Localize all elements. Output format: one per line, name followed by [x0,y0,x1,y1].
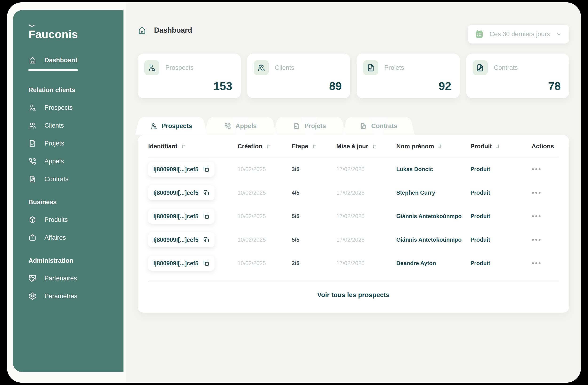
user-search-icon [147,63,156,72]
breadcrumb: Dashboard [138,26,192,35]
view-all-prospects-link[interactable]: Voir tous les prospects [317,291,390,299]
cell-creation: 10/02/2025 [238,260,292,266]
app-window: Dashboard Ces 30 derniers jours Prospect… [7,2,581,383]
row-actions-button[interactable] [532,212,541,220]
date-range-label: Ces 30 derniers jours [489,31,550,38]
cell-nom-prenom: Lukas Doncic [396,166,470,173]
identifiant-pill[interactable]: Ij800909I[...]cef5 [148,232,214,247]
table-row: Ij800909I[...]cef5 10/02/2025 5/5 17/02/… [148,228,559,251]
user-search-icon [28,104,37,112]
stat-value: 78 [548,80,561,93]
copy-icon[interactable] [203,166,209,172]
cell-mise-a-jour: 17/02/2025 [336,189,396,196]
cell-mise-a-jour: 17/02/2025 [336,166,396,173]
sidebar-item-projets[interactable]: Projets [28,139,64,147]
stat-label: Clients [275,64,294,71]
cell-etape: 5/5 [292,213,336,220]
cell-etape: 5/5 [292,236,336,243]
page-title: Dashboard [154,26,192,35]
row-actions-button[interactable] [532,260,541,267]
identifiant-pill[interactable]: Ij800909I[...]cef5 [148,185,214,200]
sidebar-item-clients[interactable]: Clients [28,122,64,129]
sidebar-item-contrats[interactable]: Contrats [28,175,68,183]
copy-icon[interactable] [203,213,209,219]
cell-mise-a-jour: 17/02/2025 [336,213,396,220]
users-icon [257,63,266,72]
stat-card-projets: Projets 92 [357,54,460,98]
briefcase-icon [28,234,37,242]
cell-produit: Produit [470,236,532,243]
cell-creation: 10/02/2025 [238,236,292,243]
sort-icon[interactable] [266,144,271,149]
identifiant-pill[interactable]: Ij800909I[...]cef5 [148,209,214,224]
sidebar: Fauconis Dashboard Relation clients Pros… [13,10,124,372]
file-signature-icon [28,175,37,183]
prospects-table: Identifiant Création Etape Mise à jour N… [138,135,569,313]
copy-icon[interactable] [203,260,209,266]
stat-cards: Prospects 153 Clients 89 Projets 92 [138,54,569,98]
tab-projets[interactable]: Projets [276,117,343,135]
cell-nom-prenom: Deandre Ayton [396,260,470,266]
tab-appels[interactable]: Appels [207,117,274,135]
sort-icon[interactable] [495,144,500,149]
sort-icon[interactable] [437,144,442,149]
cell-creation: 10/02/2025 [238,189,292,196]
ellipsis-icon [532,215,541,218]
sidebar-item-dashboard[interactable]: Dashboard [28,56,78,71]
ellipsis-icon [532,238,541,241]
sidebar-item-affaires[interactable]: Affaires [28,234,66,242]
row-actions-button[interactable] [532,236,541,243]
row-actions-button[interactable] [532,189,541,197]
cell-nom-prenom: Giánnis Antetokoúnmpo [396,236,470,243]
cell-produit: Produit [470,166,532,173]
cell-mise-a-jour: 17/02/2025 [336,260,396,266]
handshake-icon [28,274,37,282]
ellipsis-icon [532,168,541,171]
gear-icon [28,292,37,300]
sidebar-item-parametres[interactable]: Paramètres [28,292,77,300]
ellipsis-icon [532,191,541,194]
users-icon [28,122,37,129]
sidebar-item-partenaires[interactable]: Partenaires [28,274,77,282]
tab-prospects[interactable]: Prospects [138,117,205,135]
cell-nom-prenom: Giánnis Antetokoúnmpo [396,213,470,220]
table-row: Ij800909I[...]cef5 10/02/2025 2/5 17/02/… [148,251,559,275]
column-header-identifiant[interactable]: Identifiant [148,143,238,150]
cell-etape: 3/5 [292,166,336,173]
phone-call-icon [224,122,231,129]
table-row: Ij800909I[...]cef5 10/02/2025 5/5 17/02/… [148,204,559,228]
stat-card-prospects: Prospects 153 [138,54,241,98]
sidebar-item-prospects[interactable]: Prospects [28,104,73,112]
column-header-creation[interactable]: Création [238,143,292,150]
column-header-mise-a-jour[interactable]: Mise à jour [336,143,396,150]
column-header-produit[interactable]: Produit [470,143,532,150]
table-row: Ij800909I[...]cef5 10/02/2025 3/5 17/02/… [148,158,559,181]
table-tabs: Prospects Appels Projets Contrats [138,117,412,135]
chevron-down-icon [556,31,562,37]
stat-card-contrats: Contrats 78 [466,54,569,98]
copy-icon[interactable] [203,190,209,196]
calendar-icon [475,30,484,39]
sort-icon[interactable] [181,144,186,149]
column-header-etape[interactable]: Etape [292,143,336,150]
stat-value: 89 [329,80,342,93]
row-actions-button[interactable] [532,165,541,173]
copy-icon[interactable] [203,237,209,243]
sidebar-section-administration: Administration [28,257,117,264]
cell-etape: 2/5 [292,260,336,266]
tab-contrats[interactable]: Contrats [345,117,412,135]
identifiant-pill[interactable]: Ij800909I[...]cef5 [148,162,214,177]
home-icon [28,56,37,64]
sidebar-item-appels[interactable]: Appels [28,157,64,165]
table-row: Ij800909I[...]cef5 10/02/2025 4/5 17/02/… [148,181,559,204]
date-range-select[interactable]: Ces 30 derniers jours [468,25,569,43]
sort-icon[interactable] [372,144,377,149]
cell-nom-prenom: Stephen Curry [396,189,470,196]
sidebar-section-business: Business [28,199,117,206]
sidebar-item-produits[interactable]: Produits [28,216,68,224]
identifiant-pill[interactable]: Ij800909I[...]cef5 [148,256,214,271]
column-header-nom-prenom[interactable]: Nom prénom [396,143,470,150]
stat-value: 153 [213,80,232,93]
ellipsis-icon [532,262,541,265]
sort-icon[interactable] [312,144,317,149]
